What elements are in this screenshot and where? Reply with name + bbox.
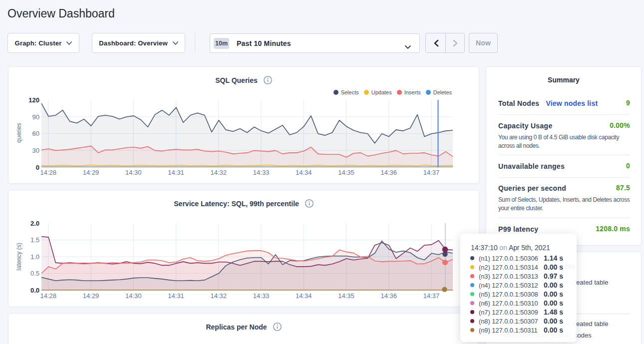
svg-text:14:37: 14:37 [423,169,440,176]
svg-text:14:31: 14:31 [168,169,184,176]
svg-text:2.0: 2.0 [30,220,39,227]
svg-text:0.0: 0.0 [30,287,39,294]
svg-text:14:34: 14:34 [296,292,312,300]
svg-text:1.0: 1.0 [30,253,39,261]
svg-text:14:36: 14:36 [381,292,397,300]
svg-text:14:34: 14:34 [296,169,312,176]
svg-text:14:33: 14:33 [253,292,270,300]
svg-text:120: 120 [28,96,39,104]
svg-text:0: 0 [36,164,39,171]
svg-text:60: 60 [32,130,39,137]
svg-text:0.5: 0.5 [30,270,39,277]
svg-text:14:30: 14:30 [125,292,142,300]
svg-text:90: 90 [32,113,39,121]
svg-text:14:35: 14:35 [338,169,354,176]
svg-text:14:29: 14:29 [83,292,99,300]
svg-text:1.5: 1.5 [30,236,39,244]
svg-text:30: 30 [32,147,39,154]
svg-text:14:36: 14:36 [381,169,397,176]
svg-text:14:37: 14:37 [423,292,440,300]
svg-text:14:28: 14:28 [40,169,57,176]
svg-text:14:32: 14:32 [211,292,227,300]
svg-text:14:31: 14:31 [168,292,184,300]
svg-text:14:28: 14:28 [40,292,57,300]
svg-text:14:33: 14:33 [253,169,270,176]
svg-text:14:30: 14:30 [125,169,142,176]
svg-text:14:32: 14:32 [211,169,227,176]
svg-text:14:35: 14:35 [338,292,354,300]
svg-text:14:29: 14:29 [83,169,99,176]
